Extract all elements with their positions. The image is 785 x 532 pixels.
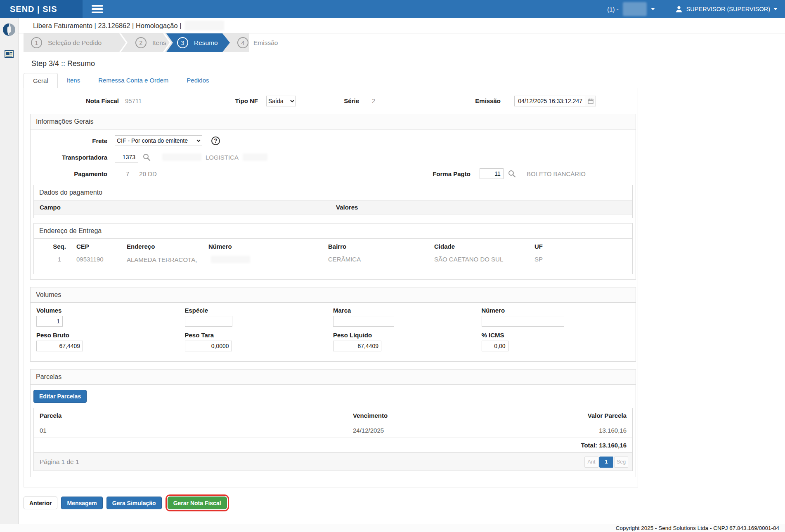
step-number: 3	[177, 37, 188, 48]
breadcrumb: Libera Faturamento | 23.126862 | Homolog…	[19, 18, 785, 33]
calendar-icon[interactable]	[585, 96, 596, 106]
pagamento-desc: 20 DD	[139, 170, 157, 177]
marca-label: Marca	[333, 307, 482, 314]
endereco-row-uf: SP	[534, 256, 632, 263]
transportadora-code-input[interactable]	[115, 152, 138, 162]
help-icon[interactable]: ?	[211, 137, 220, 145]
tab-remessa-conta-e-ordem[interactable]: Remessa Conta e Ordem	[89, 73, 177, 88]
step-number: 4	[237, 37, 248, 48]
volumes-input[interactable]	[36, 316, 63, 327]
peso-liquido-input[interactable]	[333, 341, 381, 351]
main-content: Libera Faturamento | 23.126862 | Homolog…	[19, 18, 785, 524]
nota-fiscal-label: Nota Fiscal	[47, 97, 119, 104]
parcelas-total: Total: 13.160,16	[431, 442, 627, 449]
step-label: Itens	[152, 39, 166, 47]
gerar-nota-fiscal-button[interactable]: Gerar Nota Fiscal	[168, 497, 227, 509]
news-form-icon[interactable]	[5, 50, 14, 58]
search-icon[interactable]	[508, 169, 516, 178]
peso-tara-input[interactable]	[185, 341, 232, 351]
endereco-row-cidade: SÃO CAETANO DO SUL	[434, 256, 534, 263]
col-cep: CEP	[76, 243, 127, 250]
endereco-row-numero	[208, 256, 328, 263]
tab-geral[interactable]: Geral	[24, 73, 58, 88]
dados-pagamento-panel: Dados do pagamento Campo Valores	[33, 185, 633, 218]
especie-field: Espécie	[185, 307, 333, 327]
peso-bruto-label: Peso Bruto	[36, 332, 185, 339]
col-valor-parcela: Valor Parcela	[431, 412, 627, 419]
hamburger-menu-icon[interactable]	[92, 3, 103, 15]
search-icon[interactable]	[142, 153, 151, 161]
endereco-table: Seq. CEP Endereço Número Bairro Cidade U…	[34, 239, 632, 274]
mensagem-button[interactable]: Mensagem	[61, 497, 102, 509]
transportadora-name: LOGISTICA	[206, 154, 239, 161]
transportadora-label: Transportadora	[31, 154, 107, 161]
tab-bar: Geral Itens Remessa Conta e Ordem Pedido…	[24, 73, 638, 88]
step-label: Seleção de Pedido	[48, 39, 102, 47]
icms-label: % ICMS	[482, 332, 630, 339]
emissao-label: Emissão	[445, 97, 501, 104]
pagamento-label: Pagamento	[31, 170, 107, 177]
user-menu[interactable]: SUPERVISOR (SUPERVISOR)	[675, 5, 778, 13]
gera-simulacao-button[interactable]: Gera Simulação	[106, 497, 162, 509]
parcelas-pagination: Página 1 de 1 Ant 1 Seg	[33, 453, 633, 471]
nota-fiscal-header-row: Nota Fiscal 95711 Tipo NF Saída Série 2 …	[24, 88, 638, 114]
parcelas-total-row: Total: 13.160,16	[34, 438, 632, 453]
step-wizard: 1 Seleção de Pedido 2 Itens 3 Resumo 4 E…	[24, 33, 249, 52]
redacted-area	[623, 2, 647, 16]
editar-parcelas-button[interactable]: Editar Parcelas	[33, 390, 87, 403]
endereco-row-seq: 1	[43, 256, 76, 263]
pagination-page-1-button[interactable]: 1	[599, 457, 613, 468]
emissao-input[interactable]	[514, 96, 585, 106]
action-button-row: Anterior Mensagem Gera Simulação Gerar N…	[24, 497, 785, 509]
endereco-entrega-panel: Endereço de Entrega Seq. CEP Endereço Nú…	[33, 223, 633, 274]
peso-tara-label: Peso Tara	[185, 332, 333, 339]
anterior-button[interactable]: Anterior	[24, 497, 57, 509]
marca-input[interactable]	[333, 316, 394, 327]
company-selector-label: (1) -	[607, 6, 619, 13]
forma-pagto-desc: BOLETO BANCÁRIO	[527, 170, 586, 177]
serie-value: 2	[372, 97, 375, 104]
parcelas-table: Parcela Vencimento Valor Parcela 01 24/1…	[33, 408, 633, 453]
wizard-step-3-active: 3 Resumo	[166, 33, 230, 52]
tipo-nf-select[interactable]: Saída	[266, 96, 296, 106]
serie-label: Série	[321, 97, 359, 104]
pagination-prev-button[interactable]: Ant	[584, 457, 598, 468]
copyright-text: Copyright 2025 - Send Solutions Ltda - C…	[616, 525, 779, 531]
forma-pagto-label: Forma Pagto	[409, 170, 471, 177]
col-cidade: Cidade	[434, 243, 534, 250]
icms-input[interactable]	[482, 341, 508, 351]
nota-fiscal-value: 95711	[125, 97, 142, 104]
dados-pagamento-title: Dados do pagamento	[34, 185, 632, 200]
numero-field: Número	[482, 307, 630, 327]
col-vencimento: Vencimento	[235, 412, 431, 419]
col-seq: Seq.	[43, 243, 76, 250]
peso-bruto-field: Peso Bruto	[36, 332, 185, 351]
frete-select[interactable]: CIF - Por conta do emitente	[115, 135, 202, 146]
app-brand: SEND | SIS	[0, 0, 83, 18]
parcela-num: 01	[40, 427, 235, 434]
numero-input[interactable]	[482, 316, 564, 327]
tab-itens[interactable]: Itens	[58, 73, 90, 88]
chevron-down-icon[interactable]	[651, 8, 655, 10]
peso-bruto-input[interactable]	[36, 341, 83, 351]
app-logo-icon[interactable]	[2, 23, 16, 36]
tab-pedidos[interactable]: Pedidos	[177, 73, 218, 88]
pagination-next-button[interactable]: Seg	[614, 457, 628, 468]
wizard-step-1: 1 Seleção de Pedido	[31, 33, 118, 52]
peso-liquido-field: Peso Líquido	[333, 332, 482, 351]
parcelas-header-row: Parcela Vencimento Valor Parcela	[34, 408, 632, 423]
col-uf: UF	[534, 243, 632, 250]
redacted-area	[185, 21, 224, 31]
endereco-entrega-title: Endereço de Entrega	[34, 224, 632, 239]
peso-liquido-label: Peso Líquido	[333, 332, 482, 339]
volumes-title: Volumes	[31, 287, 636, 303]
user-icon	[675, 5, 683, 13]
left-sidebar	[0, 18, 19, 524]
user-name: SUPERVISOR (SUPERVISOR)	[686, 6, 770, 12]
forma-pagto-code-input[interactable]	[480, 168, 504, 179]
col-bairro: Bairro	[328, 243, 434, 250]
frete-label: Frete	[31, 137, 107, 144]
volumes-grid: Volumes Espécie Marca Número	[31, 303, 636, 361]
wizard-step-4: 4 Emissão	[237, 33, 287, 52]
especie-input[interactable]	[185, 316, 232, 327]
